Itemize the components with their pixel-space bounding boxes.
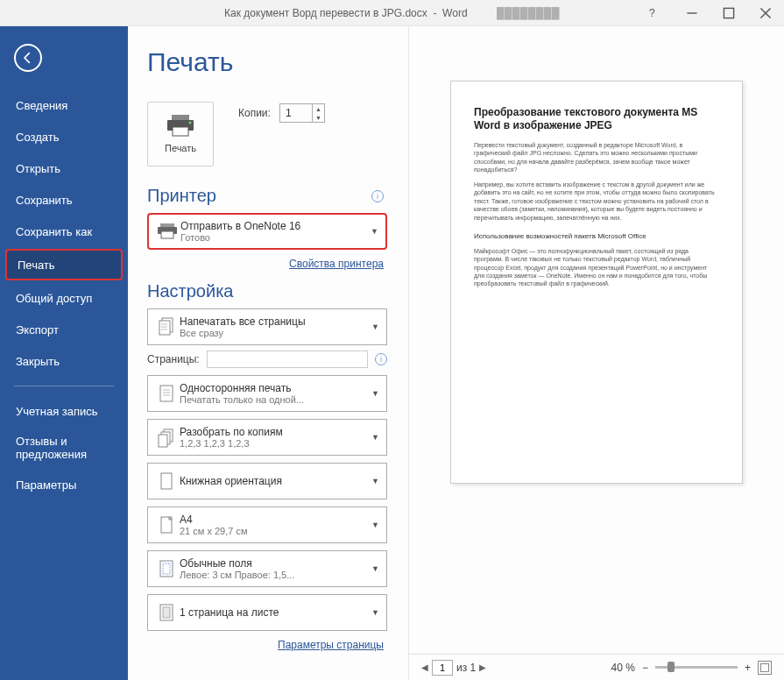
back-button[interactable]: [14, 44, 42, 72]
collate-dropdown[interactable]: Разобрать по копиям 1,2,3 1,2,3 1,2,3 ▼: [147, 419, 387, 456]
svg-point-7: [189, 122, 192, 124]
print-preview: Преобразование текстового документа MS W…: [408, 26, 784, 680]
print-button[interactable]: Печать: [147, 102, 214, 166]
zoom-to-page-button[interactable]: [758, 661, 772, 675]
nav-feedback[interactable]: Отзывы и предложения: [0, 427, 128, 469]
prev-page-button[interactable]: ◀: [421, 662, 428, 672]
printer-info-icon[interactable]: i: [371, 190, 384, 202]
svg-rect-12: [159, 321, 170, 335]
pages-input[interactable]: [207, 351, 368, 368]
svg-rect-1: [724, 8, 733, 18]
chevron-down-icon: ▼: [371, 608, 379, 617]
nav-print[interactable]: Печать: [5, 249, 123, 280]
svg-rect-23: [161, 473, 172, 489]
printer-icon: [166, 115, 195, 138]
printer-properties-link[interactable]: Свойства принтера: [147, 255, 384, 274]
printer-name: Отправить в OneNote 16: [180, 220, 371, 232]
svg-rect-8: [160, 223, 174, 227]
printer-dropdown[interactable]: Отправить в OneNote 16 Готово ▼: [147, 213, 387, 250]
page-size-icon: [153, 514, 180, 535]
user-name-placeholder: ████████: [497, 7, 560, 19]
help-icon[interactable]: ?: [649, 7, 661, 19]
pages-icon: [153, 316, 180, 337]
orientation-dropdown[interactable]: Книжная ориентация ▼: [147, 463, 387, 499]
nav-open[interactable]: Открыть: [0, 152, 128, 184]
page-number-input[interactable]: [432, 660, 453, 676]
pages-label: Страницы:: [147, 353, 200, 365]
svg-rect-6: [173, 127, 188, 136]
printer-status: Готово: [180, 232, 371, 243]
svg-rect-16: [160, 386, 173, 401]
chevron-down-icon: ▼: [371, 227, 378, 236]
minimize-icon[interactable]: [686, 7, 698, 19]
nav-info[interactable]: Сведения: [0, 89, 128, 121]
close-icon[interactable]: [759, 7, 772, 19]
chevron-down-icon: ▼: [371, 433, 379, 442]
document-title: Как документ Ворд перевести в JPG.docx: [224, 7, 427, 19]
chevron-down-icon: ▼: [371, 477, 379, 485]
print-panel: Печать Печать Копии: 1 ▲▼ Принтер i: [128, 26, 408, 680]
sides-dropdown[interactable]: Односторонняя печать Печатать только на …: [147, 375, 387, 412]
nav-options[interactable]: Параметры: [0, 469, 128, 500]
pages-range-dropdown[interactable]: Напечатать все страницы Все сразу ▼: [147, 308, 387, 345]
spin-up-icon[interactable]: ▲: [313, 104, 324, 113]
portrait-icon: [153, 471, 180, 492]
zoom-out-button[interactable]: −: [642, 662, 648, 674]
chevron-down-icon: ▼: [371, 564, 379, 573]
backstage-sidebar: Сведения Создать Открыть Сохранить Сохра…: [0, 26, 128, 680]
print-button-label: Печать: [165, 143, 196, 153]
collate-icon: [153, 427, 180, 448]
svg-rect-10: [161, 231, 173, 238]
preview-doc-title: Преобразование текстового документа MS W…: [474, 106, 719, 132]
page-setup-link[interactable]: Параметры страницы: [147, 636, 384, 655]
svg-rect-28: [163, 607, 170, 618]
nav-new[interactable]: Создать: [0, 121, 128, 152]
papersize-dropdown[interactable]: A4 21 см x 29,7 см ▼: [147, 506, 387, 543]
copies-spinner[interactable]: 1 ▲▼: [279, 103, 325, 123]
titlebar: Как документ Ворд перевести в JPG.docx -…: [0, 0, 784, 26]
print-heading: Печать: [147, 47, 408, 77]
oneside-icon: [153, 383, 180, 404]
svg-rect-4: [172, 115, 189, 120]
nav-save[interactable]: Сохранить: [0, 184, 128, 216]
sheets-icon: [153, 602, 180, 623]
nav-save-as[interactable]: Сохранить как: [0, 216, 128, 247]
settings-section-heading: Настройка: [147, 281, 408, 301]
page-of-label: из 1: [456, 662, 476, 674]
next-page-button[interactable]: ▶: [479, 662, 486, 672]
pages-info-icon[interactable]: i: [375, 353, 387, 365]
nav-share[interactable]: Общий доступ: [0, 282, 128, 314]
spin-down-icon[interactable]: ▼: [313, 113, 324, 122]
chevron-down-icon: ▼: [371, 521, 379, 529]
copies-label: Копии:: [238, 103, 271, 119]
zoom-slider[interactable]: [655, 666, 738, 669]
zoom-label: 40 %: [611, 662, 635, 674]
chevron-down-icon: ▼: [371, 389, 379, 398]
preview-statusbar: ◀ из 1 ▶ 40 % − +: [409, 654, 784, 680]
sheets-dropdown[interactable]: 1 страница на листе ▼: [147, 594, 387, 631]
printer-section-heading: Принтер i: [147, 186, 408, 206]
margins-dropdown[interactable]: Обычные поля Левое: 3 см Правое: 1,5... …: [147, 550, 387, 587]
app-name: Word: [442, 7, 467, 19]
printer-device-icon: [154, 223, 180, 239]
zoom-in-button[interactable]: +: [745, 662, 751, 674]
copies-value: 1: [280, 107, 312, 119]
margins-icon: [153, 558, 180, 579]
maximize-icon[interactable]: [723, 7, 735, 19]
svg-rect-22: [159, 435, 167, 447]
nav-close[interactable]: Закрыть: [0, 345, 128, 377]
chevron-down-icon: ▼: [371, 322, 379, 331]
sidebar-separator: [14, 386, 114, 386]
preview-page: Преобразование текстового документа MS W…: [450, 81, 743, 484]
nav-export[interactable]: Экспорт: [0, 314, 128, 345]
nav-account[interactable]: Учетная запись: [0, 395, 128, 427]
